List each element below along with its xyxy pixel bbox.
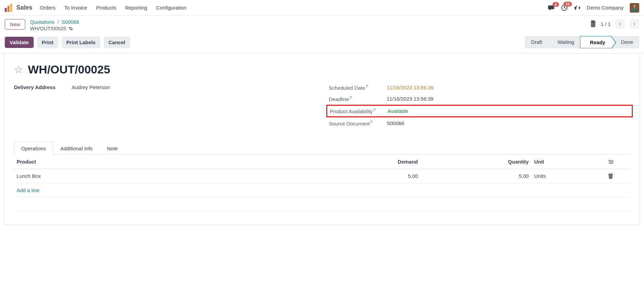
col-demand: Demand [310, 155, 420, 169]
col-quantity: Quantity [420, 155, 531, 169]
priority-star-icon[interactable]: ☆ [14, 64, 23, 75]
delete-row-icon[interactable] [608, 173, 627, 179]
nav-reporting[interactable]: Reporting [125, 5, 147, 11]
breadcrumb-quotations[interactable]: Quotations [30, 19, 55, 25]
table-footer-row [14, 211, 630, 225]
cell-unit[interactable]: Units [531, 169, 605, 183]
svg-rect-4 [632, 9, 637, 12]
pager-prev[interactable]: ‹ [615, 19, 625, 29]
delivery-address-label: Delivery Address [14, 84, 72, 90]
add-line-link[interactable]: Add a line [17, 187, 39, 193]
tab-additional-info[interactable]: Additional Info [53, 142, 100, 155]
pager-text: 1 / 1 [601, 21, 611, 27]
col-unit: Unit [531, 155, 605, 169]
scheduled-date-label: Scheduled Date? [329, 84, 387, 91]
source-doc-label: Source Document? [329, 120, 387, 126]
svg-rect-3 [633, 6, 636, 7]
delivery-address-value[interactable]: Audrey Peterson [72, 84, 110, 90]
source-doc-value[interactable]: S00066 [387, 120, 404, 126]
svg-point-6 [612, 161, 613, 163]
availability-value: Available [388, 108, 409, 114]
debug-icon[interactable] [574, 4, 581, 11]
cell-product[interactable]: Lunch Box [14, 169, 310, 183]
breadcrumb-order[interactable]: S00066 [62, 19, 79, 25]
tab-operations[interactable]: Operations [14, 142, 53, 155]
attachment-icon[interactable] [591, 20, 596, 27]
app-logo-icon[interactable] [5, 4, 13, 12]
company-selector[interactable]: Demo Company [587, 5, 624, 11]
cell-quantity[interactable]: 5.00 [420, 169, 531, 183]
gear-icon[interactable] [68, 26, 73, 31]
svg-point-7 [610, 163, 611, 164]
print-button[interactable]: Print [37, 37, 58, 48]
availability-label: Product Availability? [330, 108, 388, 114]
tab-note[interactable]: Note [100, 142, 125, 155]
activities-icon[interactable]: 23 [561, 4, 568, 11]
app-title[interactable]: Sales [16, 4, 32, 11]
activities-badge: 23 [563, 2, 572, 6]
table-empty-row [14, 198, 630, 211]
record-title: WH/OUT/00025 [28, 63, 110, 76]
status-draft[interactable]: Draft [525, 36, 548, 48]
nav-to-invoice[interactable]: To Invoice [64, 5, 87, 11]
nav-products[interactable]: Products [96, 5, 116, 11]
scheduled-date-value[interactable]: 11/16/2023 13:56:39 [387, 85, 434, 90]
cancel-button[interactable]: Cancel [104, 37, 130, 48]
new-button[interactable]: New [5, 19, 25, 30]
nav-orders[interactable]: Orders [40, 5, 55, 11]
print-labels-button[interactable]: Print Labels [62, 37, 100, 48]
help-icon[interactable]: ? [370, 120, 373, 124]
deadline-value: 11/16/2023 13:56:39 [387, 96, 434, 102]
breadcrumb-current: WH/OUT/00025 [30, 26, 66, 31]
messages-badge: 6 [552, 2, 559, 7]
status-ready[interactable]: Ready [580, 36, 612, 48]
messages-icon[interactable]: 6 [548, 5, 555, 11]
availability-highlight: Product Availability? Available [326, 105, 633, 117]
col-options-icon[interactable] [606, 155, 630, 169]
col-product: Product [14, 155, 310, 169]
cell-demand[interactable]: 5.00 [310, 169, 420, 183]
table-row-add: Add a line [14, 183, 630, 198]
nav-configuration[interactable]: Configuration [156, 5, 186, 11]
svg-point-5 [609, 160, 610, 161]
user-avatar[interactable] [630, 3, 639, 13]
breadcrumb: Quotations / S00066 [30, 19, 79, 25]
deadline-label: Deadline? [329, 96, 387, 102]
validate-button[interactable]: Validate [5, 37, 34, 48]
table-row[interactable]: Lunch Box 5.00 5.00 Units [14, 169, 630, 183]
pager-next[interactable]: › [630, 19, 639, 29]
help-icon[interactable]: ? [366, 84, 368, 88]
help-icon[interactable]: ? [350, 96, 352, 100]
status-bar: Draft Waiting Ready Done [525, 36, 639, 48]
help-icon[interactable]: ? [373, 108, 375, 112]
